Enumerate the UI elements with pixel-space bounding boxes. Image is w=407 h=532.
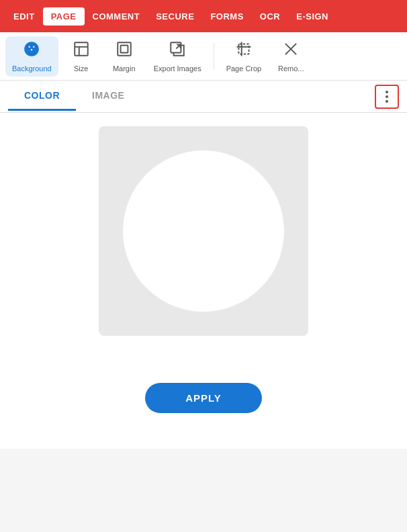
- apply-button[interactable]: APPLY: [145, 383, 262, 413]
- toolbar-background-label: Background: [12, 64, 52, 73]
- svg-rect-0: [75, 42, 88, 56]
- toolbar-pagecrop-label: Page Crop: [226, 64, 262, 73]
- toolbar-divider: [214, 43, 214, 70]
- nav-forms[interactable]: FORMS: [202, 7, 251, 26]
- tab-color[interactable]: COLOR: [8, 82, 76, 111]
- page-toolbar: Background Size Margin: [0, 32, 407, 81]
- export-icon: [169, 40, 186, 62]
- toolbar-margin[interactable]: Margin: [104, 36, 144, 77]
- svg-rect-6: [238, 44, 248, 54]
- svg-rect-4: [120, 45, 128, 52]
- content-area: APPLY: [0, 113, 407, 449]
- background-icon: [23, 40, 40, 62]
- tab-image[interactable]: IMAGE: [76, 82, 140, 111]
- nav-comment[interactable]: COMMENT: [85, 7, 148, 26]
- toolbar-remove[interactable]: Remo...: [271, 36, 311, 77]
- size-icon: [73, 40, 90, 62]
- more-dots-icon: [386, 91, 388, 103]
- nav-page[interactable]: PAGE: [43, 7, 85, 26]
- toolbar-background[interactable]: Background: [5, 36, 58, 77]
- toolbar-margin-label: Margin: [113, 64, 136, 73]
- toolbar-pagecrop[interactable]: Page Crop: [220, 36, 269, 77]
- tab-bar: COLOR IMAGE: [0, 81, 407, 113]
- top-navigation: EDIT PAGE COMMENT SECURE FORMS OCR E-SIG…: [0, 0, 407, 32]
- toolbar-export[interactable]: Export Images: [147, 36, 208, 77]
- toolbar-export-label: Export Images: [154, 64, 201, 73]
- toolbar-size[interactable]: Size: [61, 36, 101, 77]
- pagecrop-icon: [235, 40, 253, 62]
- svg-rect-3: [118, 42, 131, 56]
- nav-esign[interactable]: E-SIGN: [288, 7, 336, 26]
- nav-ocr[interactable]: OCR: [252, 7, 288, 26]
- color-circle: [123, 150, 284, 312]
- toolbar-size-label: Size: [74, 64, 88, 73]
- toolbar-remove-label: Remo...: [278, 64, 304, 73]
- nav-edit[interactable]: EDIT: [5, 7, 43, 26]
- remove-icon: [282, 40, 300, 62]
- more-options-button[interactable]: [375, 85, 399, 109]
- nav-secure[interactable]: SECURE: [148, 7, 202, 26]
- color-preview-box: [99, 126, 308, 336]
- margin-icon: [116, 40, 133, 62]
